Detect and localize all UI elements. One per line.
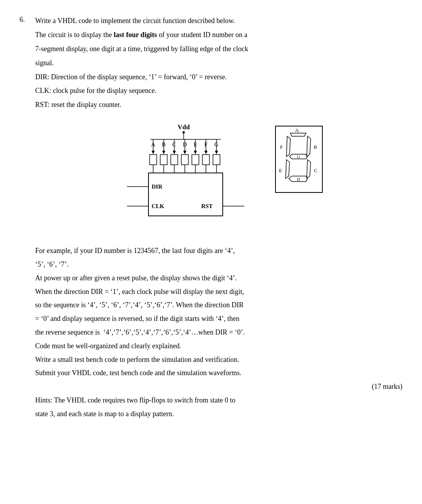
body-para-5: so the sequence is ‘4’, ‘5’, ‘6’, ‘7’,‘4…	[35, 299, 402, 311]
intro-line2-bold: last four digits	[114, 31, 157, 39]
body-para-7: the reverse sequence is ‘4’,‘7’,‘6’,‘5’,…	[35, 327, 402, 338]
seven-segment-diagram: A F B G E	[272, 122, 326, 202]
circuit-container: Vdd A B C D E F G	[35, 122, 402, 233]
svg-marker-20	[194, 151, 197, 154]
svg-text:G: G	[297, 154, 300, 159]
intro-line2-pre: The circuit is to display the	[35, 31, 114, 39]
svg-rect-28	[181, 155, 188, 165]
svg-rect-31	[213, 155, 220, 165]
dir-label: DIR: Direction of the display sequence, …	[35, 72, 402, 83]
intro-line4: signal.	[35, 58, 402, 69]
svg-text:Vdd: Vdd	[177, 123, 190, 131]
body-para-4: When the direction DIR = ‘1’, each clock…	[35, 286, 402, 297]
intro-line3: 7-segment display, one digit at a time, …	[35, 44, 402, 55]
svg-text:CLK: CLK	[152, 203, 165, 209]
question-content: Write a VHDL code to implement the circu…	[35, 16, 402, 422]
body-text: For example, if your ID number is 123456…	[35, 245, 402, 419]
svg-text:E: E	[279, 167, 282, 173]
svg-text:D: D	[297, 177, 300, 182]
rst-label: RST: reset the display counter.	[35, 100, 402, 110]
intro-line1: Write a VHDL code to implement the circu…	[35, 16, 402, 27]
body-para-3: At power up or after given a reset pulse…	[35, 272, 402, 284]
svg-text:F: F	[280, 144, 283, 150]
intro-line2: The circuit is to display the last four …	[35, 30, 402, 41]
seven-seg-svg: A F B G E	[272, 122, 326, 200]
svg-text:DIR: DIR	[152, 183, 163, 190]
svg-rect-29	[192, 155, 199, 165]
svg-marker-18	[183, 151, 186, 154]
svg-marker-16	[173, 151, 176, 154]
intro-line2-post: of your student ID number on a	[157, 31, 247, 39]
hint-line-2: state 3, and each state is map to a disp…	[35, 408, 402, 420]
body-para-8: Code must be well-organized and clearly …	[35, 340, 402, 352]
clk-label: CLK: clock pulse for the display sequenc…	[35, 85, 402, 96]
svg-rect-25	[150, 155, 157, 165]
svg-marker-24	[215, 151, 218, 154]
question-block: 6. Write a VHDL code to implement the ci…	[20, 16, 402, 422]
circuit-diagram: Vdd A B C D E F G	[111, 122, 256, 233]
circuit-svg: Vdd A B C D E F G	[111, 122, 256, 232]
hint-line-1: Hints: The VHDL code requires two flip-f…	[35, 395, 402, 406]
svg-rect-27	[171, 155, 178, 165]
svg-rect-26	[160, 155, 167, 165]
svg-marker-22	[204, 151, 207, 154]
svg-text:B: B	[314, 144, 317, 150]
body-para-9: Write a small test bench code to perform…	[35, 354, 402, 365]
svg-text:A: A	[295, 127, 299, 133]
svg-text:RST: RST	[201, 203, 213, 209]
question-number: 6.	[20, 16, 31, 422]
svg-marker-12	[152, 151, 155, 154]
svg-rect-30	[202, 155, 209, 165]
body-para-1: For example, if your ID number is 123456…	[35, 245, 402, 256]
body-para-2: ‘5’, ‘6’, ‘7’.	[35, 259, 402, 270]
svg-marker-14	[162, 151, 165, 154]
body-para-6: = ‘0’ and display sequence is reversed, …	[35, 313, 402, 324]
svg-rect-39	[148, 173, 223, 216]
body-para-10: Submit your VHDL code, test bench code a…	[35, 367, 402, 379]
svg-text:C: C	[314, 167, 318, 173]
marks-line: (17 marks)	[35, 381, 402, 392]
